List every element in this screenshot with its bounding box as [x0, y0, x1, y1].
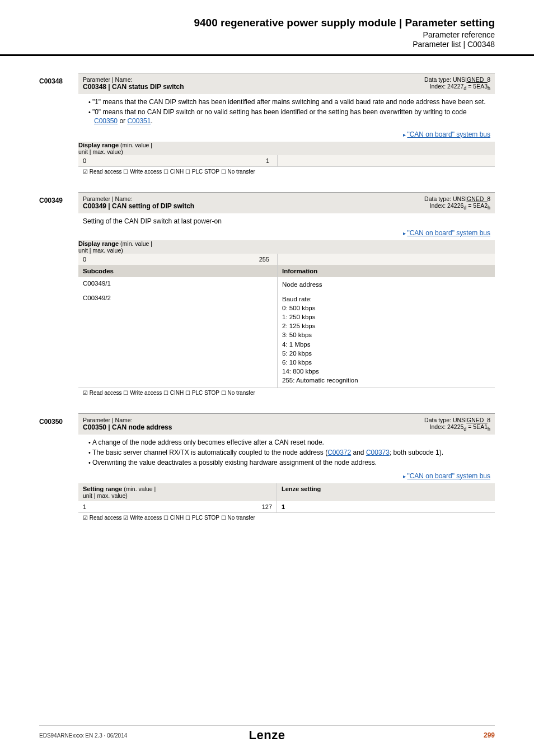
param-name-label: Parameter | Name: — [83, 76, 184, 83]
access-flags: ☑ Read access ☐ Write access ☐ CINH ☐ PL… — [78, 166, 495, 176]
subcode-info: Node address — [277, 277, 495, 292]
link-c00351[interactable]: C00351 — [127, 117, 151, 125]
param-block-c00350: C00350 Parameter | Name: C00350 | CAN no… — [39, 413, 495, 522]
param-name: C00348 | CAN status DIP switch — [83, 83, 184, 91]
param-id: C00350 — [39, 413, 78, 522]
lenze-setting-label: Lenze setting — [277, 483, 495, 501]
param-name-label: Parameter | Name: — [83, 195, 194, 202]
param-dtype: Data type: UNSIGNED_8 Index: 24226d = 5E… — [194, 195, 490, 211]
param-dtype: Data type: UNSIGNED_8 Index: 24227d = 5E… — [184, 76, 490, 91]
desc-item: A change of the node address only become… — [88, 438, 490, 447]
param-dtype: Data type: UNSIGNED_8 Index: 24225d = 5E… — [172, 417, 490, 432]
display-range-max: 1 — [162, 155, 277, 166]
page-title: 9400 regenerative power supply module | … — [39, 17, 495, 29]
param-name: C00349 | CAN setting of DIP switch — [83, 202, 194, 210]
display-range-max: 255 — [162, 254, 277, 265]
desc-item: "1" means that the CAN DIP switch has be… — [88, 97, 490, 106]
param-description: "1" means that the CAN DIP switch has be… — [78, 94, 495, 129]
display-range-min: 0 — [78, 254, 162, 265]
subcode-code: C00349/1 — [78, 277, 277, 292]
link-can-on-board[interactable]: "CAN on board" system bus — [407, 229, 490, 237]
param-name-label: Parameter | Name: — [83, 417, 172, 423]
link-c00372[interactable]: C00372 — [327, 449, 351, 456]
display-range-label: Display range (min. value | unit | max. … — [78, 142, 162, 155]
page-footer: EDS94ARNExxxx EN 2.3 · 06/2014 Lenze 299 — [39, 725, 495, 739]
param-name: C00350 | CAN node address — [83, 423, 172, 431]
subcode-code: C00349/2 — [78, 292, 277, 388]
header-divider — [0, 54, 534, 56]
footer-pagenum: 299 — [484, 731, 495, 739]
access-flags: ☑ Read access ☑ Write access ☐ CINH ☐ PL… — [78, 512, 495, 522]
link-c00373[interactable]: C00373 — [366, 449, 390, 456]
param-block-c00349: C00349 Parameter | Name: C00349 | CAN se… — [39, 192, 495, 398]
lenze-setting-value: 1 — [277, 501, 495, 512]
page-subtitle-1: Parameter reference — [39, 30, 495, 39]
param-block-c00348: C00348 Parameter | Name: C00348 | CAN st… — [39, 73, 495, 176]
setting-range-max: 127 — [162, 501, 277, 512]
page-subtitle-2: Parameter list | C00348 — [39, 40, 495, 49]
param-id: C00348 — [39, 73, 78, 176]
param-description: A change of the node address only become… — [78, 435, 495, 471]
desc-item: The basic server channel RX/TX is automa… — [88, 448, 490, 457]
display-range-label: Display range (min. value | unit | max. … — [78, 240, 162, 254]
display-range-min: 0 — [78, 155, 162, 166]
footer-logo: Lenze — [249, 728, 285, 743]
link-can-on-board[interactable]: "CAN on board" system bus — [407, 130, 490, 138]
param-id: C00349 — [39, 192, 78, 398]
desc-item: Overwriting the value deactivates a poss… — [88, 458, 490, 467]
setting-range-label: Setting range (min. value | unit | max. … — [78, 483, 162, 501]
link-c00350[interactable]: C00350 — [94, 117, 118, 125]
subcodes-header: Subcodes — [78, 265, 277, 277]
information-header: Information — [277, 265, 495, 277]
link-can-on-board[interactable]: "CAN on board" system bus — [407, 472, 490, 480]
subcode-info: Baud rate: 0: 500 kbps 1: 250 kbps 2: 12… — [277, 292, 495, 388]
access-flags: ☑ Read access ☐ Write access ☐ CINH ☐ PL… — [78, 388, 495, 398]
footer-docid: EDS94ARNExxxx EN 2.3 · 06/2014 — [39, 732, 127, 739]
setting-range-min: 1 — [78, 501, 162, 512]
param-description: Setting of the CAN DIP switch at last po… — [78, 213, 495, 228]
desc-item: "0" means that no CAN DIP switch or no v… — [88, 108, 490, 125]
